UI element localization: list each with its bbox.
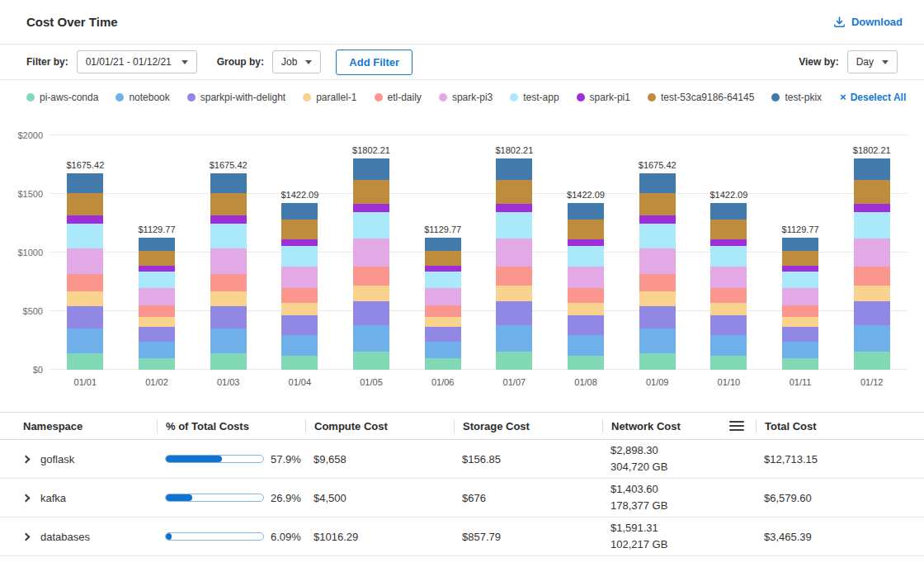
stacked-bar-01-12[interactable] [854, 158, 890, 370]
bar-segment-sparkpi-with-delight[interactable] [639, 306, 676, 328]
bar-segment-spark-pi1[interactable] [854, 204, 890, 212]
bar-segment-test-pkix[interactable] [281, 203, 318, 220]
bar-segment-spark-pi3[interactable] [496, 239, 532, 266]
bar-segment-notebook[interactable] [425, 342, 461, 358]
stacked-bar-01-03[interactable] [210, 173, 247, 370]
bar-segment-sparkpi-with-delight[interactable] [67, 306, 103, 328]
bar-segment-test-pkix[interactable] [67, 173, 103, 193]
bar-segment-test-53ca9186-64145[interactable] [782, 251, 818, 266]
bar-segment-pi-aws-conda[interactable] [782, 358, 818, 370]
bar-segment-spark-pi3[interactable] [425, 288, 461, 305]
bar-segment-spark-pi3[interactable] [353, 239, 389, 266]
date-range-select[interactable]: 01/01/21 - 01/12/21 [77, 50, 197, 73]
legend-item-spark-pi1[interactable]: spark-pi1 [577, 92, 630, 103]
legend-item-spark-pi3[interactable]: spark-pi3 [439, 92, 493, 103]
bar-segment-parallel-1[interactable] [139, 317, 175, 327]
bar-segment-etl-daily[interactable] [353, 267, 389, 286]
bar-segment-pi-aws-conda[interactable] [210, 353, 247, 370]
bar-segment-test-app[interactable] [568, 246, 604, 267]
bar-segment-test-pkix[interactable] [854, 158, 890, 180]
bar-segment-sparkpi-with-delight[interactable] [782, 327, 818, 342]
bar-segment-sparkpi-with-delight[interactable] [710, 315, 747, 334]
bar-segment-etl-daily[interactable] [210, 274, 247, 291]
bar-segment-notebook[interactable] [353, 325, 389, 352]
bar-segment-sparkpi-with-delight[interactable] [139, 327, 175, 342]
bar-segment-test-53ca9186-64145[interactable] [210, 193, 247, 215]
bar-segment-test-app[interactable] [639, 224, 676, 248]
bar-segment-notebook[interactable] [67, 328, 103, 353]
bar-segment-sparkpi-with-delight[interactable] [353, 301, 389, 325]
bar-segment-parallel-1[interactable] [496, 286, 532, 301]
group-by-select[interactable]: Job [272, 50, 321, 73]
legend-item-parallel-1[interactable]: parallel-1 [303, 92, 356, 103]
bar-segment-notebook[interactable] [139, 342, 175, 358]
bar-segment-parallel-1[interactable] [854, 286, 890, 301]
bar-segment-pi-aws-conda[interactable] [568, 356, 604, 370]
stacked-bar-01-08[interactable] [568, 203, 604, 370]
bar-segment-test-pkix[interactable] [782, 238, 818, 251]
bar-segment-etl-daily[interactable] [281, 288, 318, 303]
bar-segment-sparkpi-with-delight[interactable] [854, 301, 890, 325]
bar-segment-test-app[interactable] [710, 246, 747, 267]
chevron-right-icon[interactable] [22, 532, 31, 541]
bar-segment-pi-aws-conda[interactable] [425, 358, 461, 370]
bar-segment-pi-aws-conda[interactable] [854, 352, 890, 370]
bar-segment-spark-pi1[interactable] [639, 215, 676, 224]
view-by-select[interactable]: Day [847, 50, 898, 73]
bar-segment-notebook[interactable] [568, 335, 604, 356]
bar-segment-notebook[interactable] [639, 328, 676, 353]
stacked-bar-01-02[interactable] [139, 238, 175, 370]
bar-segment-spark-pi3[interactable] [67, 248, 103, 274]
bar-segment-test-pkix[interactable] [139, 238, 175, 251]
bar-segment-etl-daily[interactable] [139, 305, 175, 317]
bar-segment-test-app[interactable] [281, 246, 318, 267]
bar-segment-test-pkix[interactable] [210, 173, 247, 193]
bar-segment-spark-pi3[interactable] [568, 267, 604, 288]
bar-segment-test-app[interactable] [67, 224, 103, 248]
stacked-bar-01-11[interactable] [782, 238, 818, 370]
bar-segment-spark-pi1[interactable] [568, 239, 604, 246]
bar-segment-test-53ca9186-64145[interactable] [353, 180, 389, 204]
stacked-bar-01-04[interactable] [281, 203, 318, 370]
bar-segment-parallel-1[interactable] [568, 303, 604, 315]
stacked-bar-01-07[interactable] [496, 158, 532, 370]
bar-segment-test-53ca9186-64145[interactable] [854, 180, 890, 204]
stacked-bar-01-01[interactable] [67, 173, 103, 370]
bar-segment-parallel-1[interactable] [67, 291, 103, 306]
stacked-bar-01-06[interactable] [425, 238, 461, 370]
bar-segment-test-53ca9186-64145[interactable] [281, 220, 318, 239]
bar-segment-etl-daily[interactable] [854, 267, 890, 286]
bar-segment-test-pkix[interactable] [425, 238, 461, 251]
bar-segment-pi-aws-conda[interactable] [353, 352, 389, 370]
bar-segment-etl-daily[interactable] [710, 288, 747, 303]
bar-segment-parallel-1[interactable] [210, 291, 247, 306]
bar-segment-pi-aws-conda[interactable] [639, 353, 676, 370]
bar-segment-spark-pi1[interactable] [710, 239, 747, 246]
bar-segment-test-53ca9186-64145[interactable] [568, 220, 604, 239]
bar-segment-notebook[interactable] [496, 325, 532, 352]
bar-segment-spark-pi1[interactable] [210, 215, 247, 224]
bar-segment-etl-daily[interactable] [425, 305, 461, 317]
bar-segment-parallel-1[interactable] [425, 317, 461, 327]
bar-segment-test-app[interactable] [496, 212, 532, 239]
bar-segment-parallel-1[interactable] [281, 303, 318, 315]
bar-segment-test-53ca9186-64145[interactable] [139, 251, 175, 266]
bar-segment-test-app[interactable] [782, 272, 818, 288]
bar-segment-pi-aws-conda[interactable] [139, 358, 175, 370]
bar-segment-pi-aws-conda[interactable] [281, 356, 318, 370]
bar-segment-etl-daily[interactable] [639, 274, 676, 291]
bar-segment-test-pkix[interactable] [353, 158, 389, 180]
stacked-bar-01-10[interactable] [710, 203, 747, 370]
bar-segment-etl-daily[interactable] [568, 288, 604, 303]
bar-segment-spark-pi1[interactable] [353, 204, 389, 212]
legend-item-notebook[interactable]: notebook [116, 92, 169, 103]
chevron-right-icon[interactable] [22, 455, 31, 463]
bar-segment-spark-pi3[interactable] [210, 248, 247, 274]
bar-segment-test-53ca9186-64145[interactable] [496, 180, 532, 204]
bar-segment-parallel-1[interactable] [353, 286, 389, 301]
bar-segment-pi-aws-conda[interactable] [496, 352, 532, 370]
bar-segment-spark-pi3[interactable] [710, 267, 747, 288]
bar-segment-etl-daily[interactable] [67, 274, 103, 291]
bar-segment-test-pkix[interactable] [568, 203, 604, 220]
bar-segment-spark-pi3[interactable] [139, 288, 175, 305]
